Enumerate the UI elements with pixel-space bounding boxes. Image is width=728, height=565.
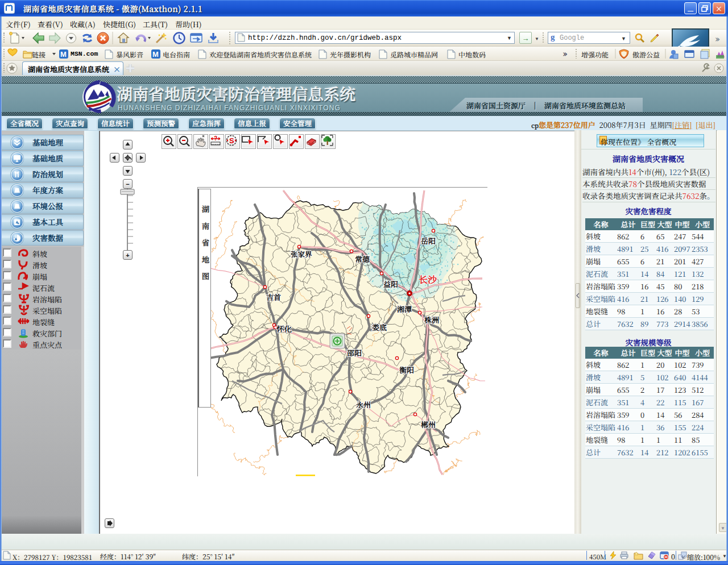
svg-text:郴州: 郴州 bbox=[421, 419, 436, 430]
svg-text:永州: 永州 bbox=[356, 399, 371, 410]
svg-text:吉首: 吉首 bbox=[266, 292, 281, 302]
svg-text:湘潭: 湘潭 bbox=[397, 304, 412, 314]
svg-text:M: M bbox=[152, 50, 159, 59]
svg-text:娄底: 娄底 bbox=[372, 322, 387, 333]
svg-text:株洲: 株洲 bbox=[424, 314, 439, 325]
svg-text:邵阳: 邵阳 bbox=[347, 347, 362, 358]
svg-text:益阳: 益阳 bbox=[383, 279, 398, 289]
svg-text:S: S bbox=[229, 136, 234, 145]
svg-text:?: ? bbox=[214, 135, 217, 142]
svg-text:常德: 常德 bbox=[355, 254, 370, 264]
svg-text:M: M bbox=[60, 50, 67, 59]
svg-text:岳阳: 岳阳 bbox=[421, 235, 436, 246]
svg-text:怀化: 怀化 bbox=[276, 323, 292, 334]
svg-text:张家界: 张家界 bbox=[291, 249, 312, 259]
svg-text:衡阳: 衡阳 bbox=[399, 364, 414, 375]
svg-text:长沙: 长沙 bbox=[419, 273, 437, 286]
